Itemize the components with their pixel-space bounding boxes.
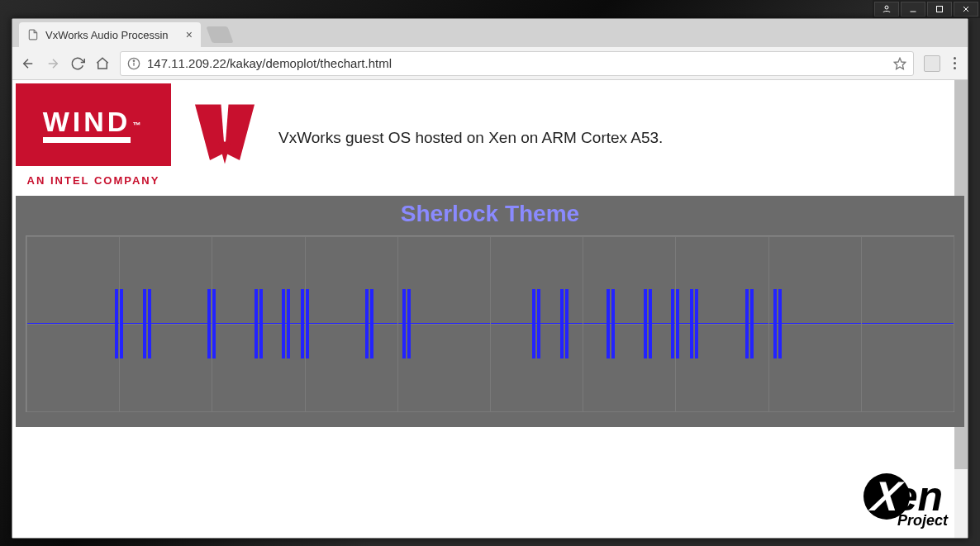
- page-content: WIND™ AN INTEL COMPANY VxWorks guest OS …: [12, 80, 968, 538]
- url-text: 147.11.209.22/kakay/demoplot/thechart.ht…: [147, 56, 392, 70]
- chart-spike: [402, 289, 411, 359]
- extension-icon[interactable]: [924, 55, 940, 72]
- browser-menu-button[interactable]: [950, 57, 959, 69]
- chart-gridline-h: [26, 236, 954, 237]
- chart-spike: [365, 289, 373, 359]
- chart-spike: [690, 289, 698, 359]
- chart-spike: [255, 289, 263, 359]
- chart-plot-area: [26, 235, 954, 412]
- wind-logo-subtitle: AN INTEL COMPANY: [27, 166, 160, 187]
- chart-spike: [773, 289, 782, 359]
- forward-button[interactable]: [45, 56, 60, 71]
- window-titlebar: [873, 0, 980, 18]
- chart-gridline-v: [954, 236, 954, 411]
- vxworks-logo: [188, 101, 262, 175]
- svg-marker-12: [225, 105, 255, 161]
- svg-rect-2: [937, 7, 943, 12]
- chart-title: Sherlock Theme: [16, 196, 964, 235]
- back-button[interactable]: [21, 56, 36, 71]
- header-description: VxWorks guest OS hosted on Xen on ARM Co…: [278, 129, 663, 147]
- chart-spike: [671, 289, 679, 359]
- chart-spike: [301, 289, 309, 359]
- browser-tab-active[interactable]: VxWorks Audio Processin ×: [19, 22, 201, 47]
- browser-toolbar: 147.11.209.22/kakay/demoplot/thechart.ht…: [12, 47, 968, 80]
- minimize-button[interactable]: [901, 2, 925, 17]
- tab-title: VxWorks Audio Processin: [45, 29, 169, 41]
- svg-point-9: [133, 60, 134, 61]
- bookmark-star-icon[interactable]: [893, 57, 906, 70]
- wind-river-logo: WIND™ AN INTEL COMPANY: [16, 83, 171, 192]
- new-tab-button[interactable]: [206, 26, 233, 43]
- chart-spike: [560, 289, 568, 359]
- reload-button[interactable]: [70, 56, 85, 71]
- chart-container: Sherlock Theme: [16, 196, 964, 427]
- chart-spike: [143, 289, 151, 359]
- chart-gridline-h: [26, 324, 954, 325]
- chart-spike: [644, 289, 652, 359]
- close-button[interactable]: [954, 2, 978, 17]
- page-header: WIND™ AN INTEL COMPANY VxWorks guest OS …: [12, 80, 968, 196]
- chart-spike: [532, 289, 540, 359]
- svg-marker-11: [195, 105, 225, 161]
- user-icon[interactable]: [874, 2, 899, 17]
- chart-spike: [207, 289, 216, 359]
- wind-logo-red: WIND™: [16, 83, 171, 166]
- tab-close-icon[interactable]: ×: [186, 28, 193, 41]
- xen-logo-x: X: [863, 473, 910, 520]
- chart-spike: [115, 289, 123, 359]
- chart-spike: [607, 289, 615, 359]
- chart-gridline-h: [26, 411, 954, 412]
- site-info-icon[interactable]: [127, 57, 140, 70]
- svg-marker-10: [894, 58, 905, 69]
- address-bar[interactable]: 147.11.209.22/kakay/demoplot/thechart.ht…: [120, 51, 914, 76]
- xen-project-logo: X en Project: [863, 472, 943, 529]
- svg-point-0: [885, 6, 888, 9]
- page-icon: [27, 29, 39, 40]
- maximize-button[interactable]: [927, 2, 952, 17]
- wind-logo-text: WIND: [43, 106, 131, 137]
- home-button[interactable]: [95, 56, 110, 71]
- chart-spike: [282, 289, 290, 359]
- tab-strip: VxWorks Audio Processin ×: [12, 19, 968, 47]
- wind-logo-tm: ™: [132, 121, 144, 130]
- browser-window: VxWorks Audio Processin × 147.11.209.22/…: [12, 18, 968, 539]
- chart-spike: [745, 289, 754, 359]
- desktop-background: VxWorks Audio Processin × 147.11.209.22/…: [0, 0, 980, 546]
